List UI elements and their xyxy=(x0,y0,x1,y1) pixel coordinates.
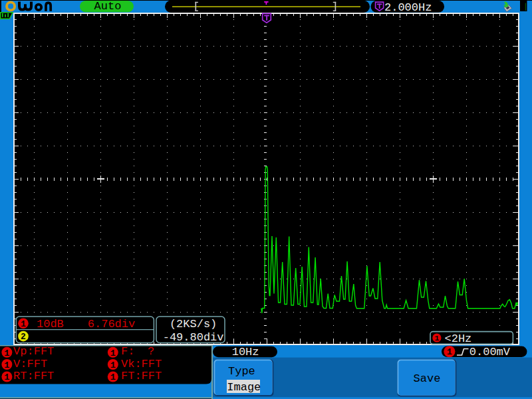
svg-text:2: 2 xyxy=(21,332,26,342)
svg-text:10Hz: 10Hz xyxy=(232,346,259,358)
svg-text:<2Hz: <2Hz xyxy=(445,332,472,345)
svg-text:1: 1 xyxy=(4,372,9,382)
svg-text:-49.80div: -49.80div xyxy=(163,331,224,344)
svg-text:1: 1 xyxy=(110,348,116,358)
svg-text:1: 1 xyxy=(447,347,452,357)
svg-text:1: 1 xyxy=(110,372,116,382)
svg-text:1: 1 xyxy=(4,360,9,370)
svg-text:1: 1 xyxy=(110,360,116,370)
svg-text:0.00mV: 0.00mV xyxy=(469,346,511,358)
svg-text:Vk:FFT: Vk:FFT xyxy=(121,358,162,370)
svg-text:RT:FFT: RT:FFT xyxy=(13,370,54,382)
svg-text:2.000Hz: 2.000Hz xyxy=(384,1,432,14)
svg-text:1: 1 xyxy=(21,319,26,329)
svg-text:1: 1 xyxy=(4,348,9,358)
svg-text:Save: Save xyxy=(414,372,441,385)
svg-text:1: 1 xyxy=(434,334,439,342)
svg-text:Vp:FFT: Vp:FFT xyxy=(13,345,54,358)
svg-text:?: ? xyxy=(148,345,154,358)
svg-text:10dB: 10dB xyxy=(37,318,64,331)
svg-text:F:: F: xyxy=(121,345,134,358)
svg-text:6.76div: 6.76div xyxy=(88,318,135,331)
svg-text:V:FFT: V:FFT xyxy=(13,358,47,370)
svg-text:Image: Image xyxy=(227,381,261,394)
svg-text:Type: Type xyxy=(228,365,255,378)
svg-text:Auto: Auto xyxy=(94,0,122,13)
svg-text:FT:FFT: FT:FFT xyxy=(121,370,162,382)
svg-text:(2KS/s): (2KS/s) xyxy=(170,318,217,331)
